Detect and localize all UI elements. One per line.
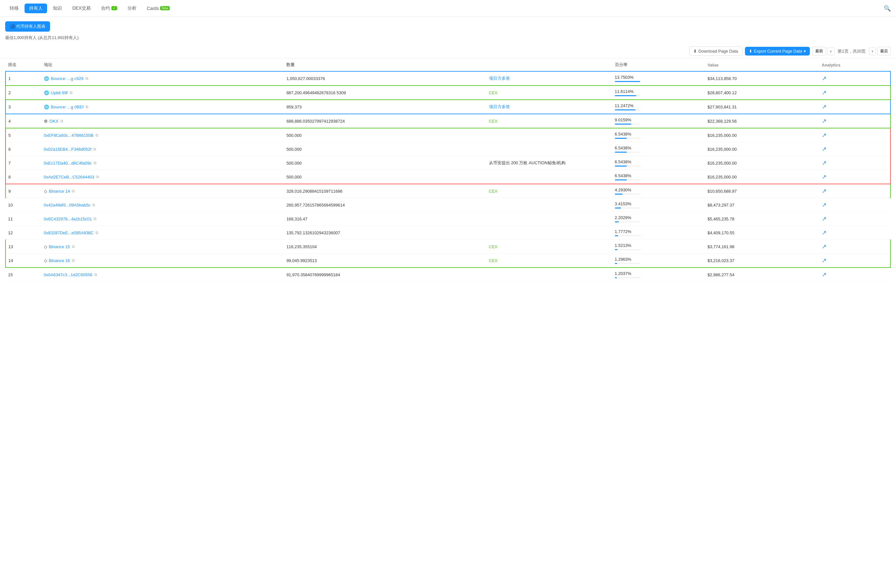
download-button[interactable]: ⬇ Download Page Data: [689, 46, 742, 56]
top-bar: ⬇ Download Page Data ⬇ Export Current Pa…: [0, 44, 896, 59]
cards-badge: New: [160, 6, 170, 10]
progress-bar-wrap: [615, 95, 641, 96]
analytics-chart-icon[interactable]: ↗: [822, 160, 827, 166]
cell-quantity: 859,373: [284, 100, 483, 114]
analytics-chart-icon[interactable]: ↗: [822, 230, 827, 236]
search-icon[interactable]: 🔍: [884, 5, 891, 12]
address-text[interactable]: Bounce: ...g c929: [51, 76, 84, 81]
cell-row-label: [484, 212, 612, 226]
address-text[interactable]: Binance 16: [49, 258, 70, 263]
copy-icon[interactable]: ⧉: [85, 105, 88, 109]
col-header-value: Value: [705, 59, 819, 71]
copy-icon[interactable]: ⧉: [94, 161, 96, 165]
cell-quantity: 328,016.29088415109711686: [284, 184, 483, 198]
copy-icon[interactable]: ⧉: [96, 133, 98, 137]
analytics-chart-icon[interactable]: ↗: [822, 174, 827, 180]
nav-item-contract[interactable]: 合约 ✓: [96, 3, 122, 13]
col-header-quantity: 数量: [284, 59, 483, 71]
analytics-chart-icon[interactable]: ↗: [822, 118, 827, 124]
copy-icon[interactable]: ⧉: [94, 216, 96, 221]
address-text[interactable]: 0x83287DeE...e585A938C: [44, 230, 94, 235]
nav-item-knowledge[interactable]: 知识: [49, 3, 67, 13]
percent-text: 6.5438%: [615, 160, 702, 164]
cell-rank: 10: [6, 198, 41, 212]
analytics-chart-icon[interactable]: ↗: [822, 75, 827, 82]
address-text[interactable]: Binance 14: [49, 189, 70, 193]
address-text[interactable]: 0xEc17Da40...d6C4fa09c: [44, 161, 91, 166]
cell-rank: 11: [6, 212, 41, 226]
pagination-first[interactable]: 最前: [812, 47, 826, 55]
percent-text: 1.5213%: [615, 243, 702, 248]
address-text[interactable]: 0x6C432978...4a1b15c01: [44, 216, 92, 221]
copy-icon[interactable]: ⧉: [72, 258, 75, 263]
cell-row-label: CEX: [484, 85, 612, 100]
copy-icon[interactable]: ⧉: [92, 203, 95, 207]
address-text[interactable]: Binance 15: [49, 244, 70, 249]
copy-icon[interactable]: ⧉: [93, 147, 96, 151]
table-row: 4⚙OKX⧉688,886.035027997412938724CEX9.015…: [6, 114, 890, 128]
copy-icon[interactable]: ⧉: [96, 175, 99, 179]
cell-percent: 6.5438%: [612, 156, 705, 170]
nav-item-holders[interactable]: 持有人: [24, 3, 47, 13]
percent-text: 13.7503%: [615, 75, 702, 80]
cell-value: $3,774,161.98: [705, 240, 819, 254]
cell-quantity: 116,235.355104: [284, 240, 483, 254]
cell-quantity: 887,200.49649482678316 5309: [284, 85, 483, 100]
table-row: 60x02a16EB4...F346d052f⧉500,0006.5438%$1…: [6, 142, 890, 156]
address-text[interactable]: 0xAd2E7CeB...C52644403: [44, 175, 94, 180]
analytics-chart-icon[interactable]: ↗: [822, 243, 827, 250]
address-text[interactable]: 0x42a49df3...09A5bab5c: [44, 203, 91, 207]
cell-quantity: 500,000: [284, 156, 483, 170]
copy-icon[interactable]: ⧉: [70, 90, 73, 95]
cell-rank: 8: [6, 170, 41, 184]
address-text[interactable]: OKX: [50, 119, 58, 123]
export-button[interactable]: ⬇ Export Current Page Data ▾: [745, 47, 810, 55]
analytics-chart-icon[interactable]: ↗: [822, 257, 827, 264]
table-row: 100x42a49df3...09A5bab5c⧉260,957.7261578…: [6, 198, 890, 212]
cell-address: 0xAd2E7CeB...C52644403⧉: [41, 170, 284, 184]
pagination-prev[interactable]: ‹: [827, 47, 834, 55]
nav-item-cards[interactable]: Cards New: [142, 4, 174, 13]
address-text[interactable]: Bounce: ...g 0BEf: [51, 105, 84, 110]
pagination-next[interactable]: ›: [869, 47, 876, 55]
analytics-chart-icon[interactable]: ↗: [822, 146, 827, 152]
copy-icon[interactable]: ⧉: [94, 273, 97, 277]
table-row: 70xEc17Da40...d6C4fa09c⧉500,000从币安提出 200…: [6, 156, 890, 170]
analytics-chart-icon[interactable]: ↗: [822, 271, 827, 278]
cell-row-label: [484, 170, 612, 184]
address-text[interactable]: 0x0A6347c3...1d2C60556: [44, 273, 92, 277]
row-label-text: 项目方多签: [489, 104, 510, 109]
progress-bar: [615, 95, 636, 96]
copy-icon[interactable]: ⧉: [85, 76, 88, 81]
analytics-chart-icon[interactable]: ↗: [822, 89, 827, 96]
cell-value: $34,113,858.70: [705, 71, 819, 85]
analytics-chart-icon[interactable]: ↗: [822, 216, 827, 222]
cell-value: $2,986,277.54: [705, 268, 819, 282]
nav-item-dex[interactable]: DEX交易: [68, 3, 95, 13]
nav-item-transfer[interactable]: 转移: [5, 3, 23, 13]
nav-item-analysis[interactable]: 分析: [123, 3, 141, 13]
progress-bar: [615, 277, 617, 278]
cell-analytics: ↗: [819, 142, 890, 156]
progress-bar-wrap: [615, 249, 641, 250]
copy-icon[interactable]: ⧉: [72, 244, 75, 249]
cell-value: $22,368,129.56: [705, 114, 819, 128]
col-header-address: 地址: [41, 59, 284, 71]
copy-icon[interactable]: ⧉: [60, 119, 63, 123]
progress-bar-wrap: [615, 263, 641, 264]
analytics-chart-icon[interactable]: ↗: [822, 132, 827, 139]
address-text[interactable]: 0xEF8Ca93c...47B66155B: [44, 133, 94, 138]
cell-address: 0xEc17Da40...d6C4fa09c⧉: [41, 156, 284, 170]
cell-percent: 9.0159%: [612, 114, 705, 128]
analytics-chart-icon[interactable]: ↗: [822, 104, 827, 110]
table-row: 3🌐Bounce: ...g 0BEf⧉859,373项目方多签11.2472%…: [6, 100, 890, 114]
analytics-chart-icon[interactable]: ↗: [822, 202, 827, 208]
chart-button[interactable]: 🔵 代币持有人图表: [5, 21, 50, 32]
address-text[interactable]: Upbit 69f: [51, 90, 68, 95]
analytics-chart-icon[interactable]: ↗: [822, 188, 827, 194]
pagination-last[interactable]: 最后: [877, 47, 891, 55]
copy-icon[interactable]: ⧉: [96, 230, 98, 235]
copy-icon[interactable]: ⧉: [72, 189, 75, 193]
address-icon: ⚙: [44, 119, 48, 123]
address-text[interactable]: 0x02a16EB4...F346d052f: [44, 147, 91, 152]
